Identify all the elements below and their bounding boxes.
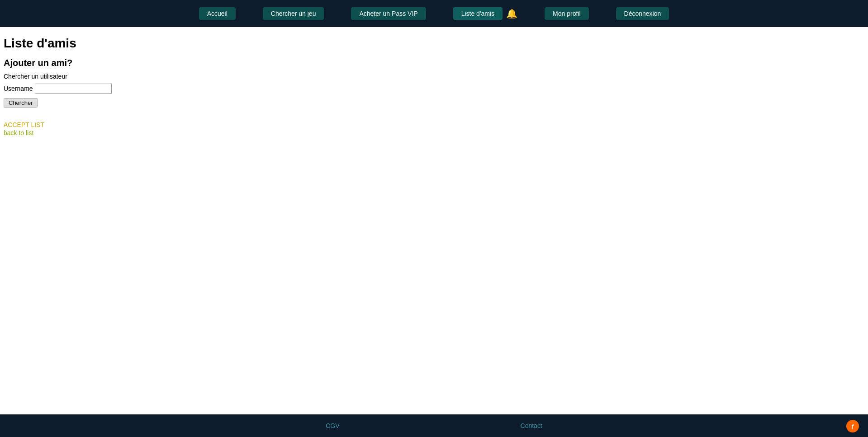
chercher-button[interactable]: Chercher: [4, 98, 38, 108]
username-row: Username: [4, 84, 864, 94]
back-to-list-link[interactable]: back to list: [4, 129, 864, 136]
footer-brand-icon: ƒ: [846, 420, 859, 432]
add-friend-title: Ajouter un ami?: [4, 58, 864, 68]
nav-accueil[interactable]: Accueil: [199, 7, 236, 20]
bell-icon: 🔔: [506, 9, 517, 19]
search-label: Chercher un utilisateur: [4, 73, 864, 80]
username-input[interactable]: [35, 84, 112, 94]
accept-list-link[interactable]: ACCEPT LIST: [4, 121, 864, 128]
nav-deconnexion[interactable]: Déconnexion: [616, 7, 669, 20]
footer-cgv-link[interactable]: CGV: [326, 422, 339, 429]
links-section: ACCEPT LIST back to list: [4, 121, 864, 136]
footer: CGV Contact ƒ: [0, 414, 868, 437]
nav-items-container: Accueil Chercher un jeu Acheter un Pass …: [199, 7, 669, 20]
notification-icon[interactable]: 🔔: [506, 8, 517, 19]
page-title: Liste d'amis: [4, 36, 864, 51]
nav-chercher-jeu[interactable]: Chercher un jeu: [263, 7, 324, 20]
nav-pass-vip[interactable]: Acheter un Pass VIP: [351, 7, 426, 20]
nav-liste-amis[interactable]: Liste d'amis: [453, 7, 503, 20]
navigation: Accueil Chercher un jeu Acheter un Pass …: [0, 0, 868, 27]
main-content: Liste d'amis Ajouter un ami? Chercher un…: [0, 27, 868, 414]
nav-mon-profil[interactable]: Mon profil: [545, 7, 588, 20]
username-label: Username: [4, 85, 33, 92]
footer-contact-link[interactable]: Contact: [521, 422, 542, 429]
